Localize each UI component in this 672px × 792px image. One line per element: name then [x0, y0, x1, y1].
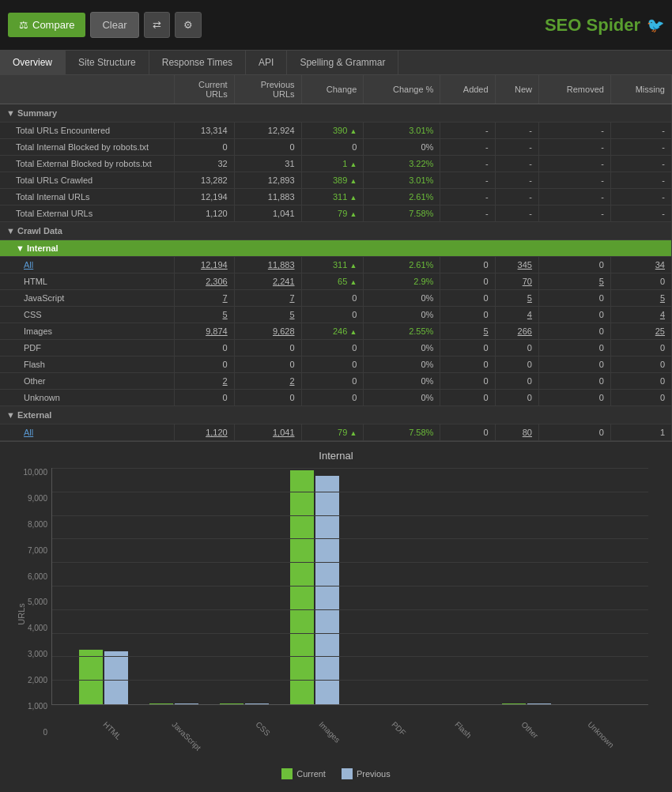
y-axis-labels: 10,000 9,000 8,000 7,000 6,000 5,000 4,0… — [12, 468, 47, 737]
table-row: Total External URLs 1,1201,041 79 ▲ 7.58… — [0, 206, 672, 222]
header-actions: ⚖ Compare Clear ⇄ ⚙ — [8, 12, 202, 38]
col-header-change-pct: Change % — [364, 75, 440, 104]
tab-site-structure[interactable]: Site Structure — [66, 51, 149, 74]
legend-previous-color — [342, 768, 353, 779]
col-header-change: Change — [301, 75, 364, 104]
bar-images-previous — [315, 476, 339, 704]
crawl-section-header: ▼ Crawl Data — [0, 222, 672, 240]
data-table: CurrentURLs PreviousURLs Change Change %… — [0, 75, 672, 441]
table-row: Images 9,874 9,628 246 ▲ 2.55% 5 266 0 2… — [0, 323, 672, 340]
chart-legend: Current Previous — [8, 760, 664, 787]
table-row: All 12,194 11,883 311 ▲ 2.61% 0 345 0 34 — [0, 257, 672, 273]
col-header-missing: Missing — [610, 75, 671, 104]
bar-images-current — [290, 470, 314, 704]
chart-title: Internal — [8, 450, 664, 462]
tab-overview[interactable]: Overview — [0, 51, 66, 74]
legend-current: Current — [281, 768, 326, 779]
table-row: Flash 00 00% 0000 — [0, 356, 672, 373]
bar-html-current — [79, 650, 103, 704]
data-table-container: CurrentURLs PreviousURLs Change Change %… — [0, 75, 672, 441]
table-row: CSS 5 5 0 0% 0 4 0 4 — [0, 307, 672, 323]
tab-spelling-grammar[interactable]: Spelling & Grammar — [287, 51, 398, 74]
pagination: Previous 1 2 3 — [0, 787, 672, 792]
compare-icon: ⚖ — [19, 19, 28, 31]
tab-api[interactable]: API — [246, 51, 287, 74]
legend-previous: Previous — [342, 768, 391, 779]
bar-js-current — [149, 703, 173, 704]
header: ⚖ Compare Clear ⇄ ⚙ SEO Spider 🐦 — [0, 0, 672, 51]
bar-css-current — [220, 703, 244, 704]
tab-response-times[interactable]: Response Times — [149, 51, 246, 74]
bar-group-html — [79, 650, 128, 704]
seo-text: SEO — [545, 15, 581, 35]
table-row: All 1,120 1,041 79 ▲ 7.58% 0 80 0 1 — [0, 424, 672, 441]
header-logo: SEO Spider 🐦 — [545, 15, 664, 36]
bar-group-other — [502, 703, 551, 704]
table-row: Total URLs Encountered 13,314 12,924 390… — [0, 123, 672, 139]
bar-other-previous — [527, 703, 551, 704]
table-row: Total Internal Blocked by robots.txt 00 … — [0, 139, 672, 156]
clear-button[interactable]: Clear — [90, 12, 138, 38]
compare-button[interactable]: ⚖ Compare — [8, 13, 85, 37]
x-axis-labels: HTML JavaScript CSS Images PDF Flash Oth… — [51, 705, 648, 760]
table-row: JavaScript 7 7 0 0% 0 5 0 5 — [0, 290, 672, 307]
bars-container — [52, 468, 648, 704]
col-header-new: New — [495, 75, 538, 104]
bar-group-images — [290, 470, 339, 704]
swap-button[interactable]: ⇄ — [144, 12, 170, 38]
col-header-current: CurrentURLs — [174, 75, 234, 104]
table-row: HTML 2,306 2,241 65 ▲ 2.9% 0 70 5 0 — [0, 273, 672, 290]
table-row: Other 2 2 00% 0000 — [0, 373, 672, 390]
twitter-icon[interactable]: 🐦 — [647, 17, 664, 34]
tab-bar: Overview Site Structure Response Times A… — [0, 51, 672, 75]
table-row: Total URLs Crawled 13,28212,893 389 ▲ 3.… — [0, 172, 672, 189]
table-row: Total Internal URLs 12,19411,883 311 ▲ 2… — [0, 189, 672, 206]
spider-text: Spider — [587, 15, 640, 35]
col-header-added: Added — [440, 75, 495, 104]
col-header-label — [0, 75, 174, 104]
table-row: Unknown 00 00% 0000 — [0, 390, 672, 406]
bar-other-current — [502, 703, 526, 704]
external-subsection-header: ▼ External — [0, 406, 672, 424]
bar-js-previous — [175, 703, 198, 704]
bar-group-js — [149, 703, 198, 704]
gear-button[interactable]: ⚙ — [175, 12, 202, 38]
col-header-previous: PreviousURLs — [234, 75, 301, 104]
col-header-removed: Removed — [538, 75, 610, 104]
chart-inner — [51, 468, 648, 705]
summary-section-header: ▼ Summary — [0, 104, 672, 123]
table-row: PDF 00 00% 0000 — [0, 340, 672, 356]
bar-group-css — [220, 703, 269, 704]
bar-html-previous — [104, 651, 128, 704]
legend-current-color — [281, 768, 293, 779]
internal-subsection-header: ▼ Internal — [0, 240, 672, 257]
table-row: Total External Blocked by robots.txt 323… — [0, 156, 672, 172]
chart-container: Internal URLs 10,000 9,000 8,000 7,000 6… — [0, 441, 672, 787]
bar-css-previous — [245, 703, 269, 704]
